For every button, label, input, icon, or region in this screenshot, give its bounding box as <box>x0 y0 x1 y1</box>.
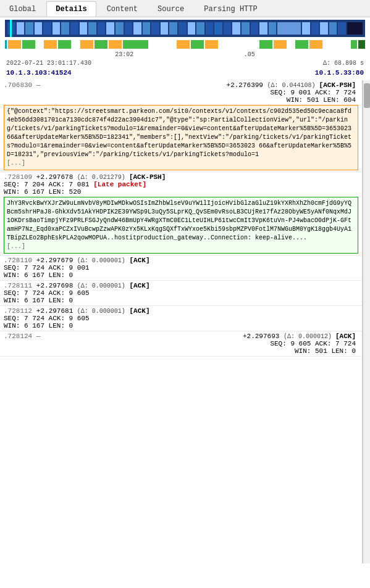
tl-b2-seg <box>109 40 122 49</box>
tl-seg <box>116 22 124 35</box>
packet-right-flags: [ACK-PSH] <box>319 81 356 89</box>
time-label-05: .05 <box>244 51 255 58</box>
packet-list[interactable]: .706830 — +2.276399 (Δ: 0.044108) [ACK-P… <box>0 80 363 563</box>
start-timestamp: 2022-07-21 23:01:17.430 <box>6 60 91 67</box>
packet-flags-pkt3: [ACK] <box>129 257 149 264</box>
tl-seg <box>61 22 69 35</box>
tl-b2-seg <box>288 40 294 49</box>
packet-win-pkt3: WIN: 6 167 LEN: 0 <box>4 271 358 279</box>
packet-header-right-pkt6: +2.297693 (Δ: 0.000012) [ACK] <box>243 333 356 340</box>
packet-seq-info: SEQ: 9 001 ACK: 7 724 <box>270 89 356 96</box>
packet-seq-right-pkt6: SEQ: 9 605 ACK: 7 724 <box>243 340 356 347</box>
packet-header-pkt4: .728111 +2.297698 (Δ: 0.000001) [ACK] <box>4 282 358 289</box>
packet-delta-val-pkt3: (Δ: 0.000001) <box>77 257 125 264</box>
tl-seg <box>70 22 78 35</box>
tl-seg <box>251 22 259 35</box>
packet-seq-pkt5: SEQ: 7 724 ACK: 9 605 <box>4 315 358 322</box>
tl-seg <box>232 22 240 35</box>
tl-b2-seg <box>44 40 57 49</box>
tl-b2-seg <box>324 40 350 49</box>
packet-win-right-pkt1: WIN: 501 LEN: 604 <box>227 96 356 104</box>
packet-flags-pkt2: [ACK-PSH] <box>129 173 166 181</box>
tl-b2-seg <box>358 40 364 49</box>
packet-header-pkt2: .728109 +2.297678 (Δ: 0.021279) [ACK-PSH… <box>4 173 358 181</box>
tl-b2-seg <box>295 40 308 49</box>
packet-seq-info-pkt6: SEQ: 9 605 ACK: 7 724 <box>270 340 356 347</box>
timeline-bar-bottom[interactable] <box>5 38 365 51</box>
tl-seg <box>151 22 159 35</box>
packet-right-time-pkt6: +2.297693 <box>243 333 279 340</box>
tab-parsing-http[interactable]: Parsing HTTP <box>195 1 266 17</box>
timeline-time-labels: 23:02 .05 <box>5 51 365 59</box>
tl-seg <box>125 22 133 35</box>
packet-seq-info-pkt3: SEQ: 7 724 ACK: 9 001 <box>4 264 90 271</box>
body-ellipsis-pkt2: [...] <box>7 243 25 250</box>
packet-delta-pkt2: +2.297678 <box>36 173 73 181</box>
tl-b2-seg <box>274 40 287 49</box>
packet-seq-pkt2: SEQ: 7 204 ACK: 7 081 [Late packet] <box>4 181 358 188</box>
packet-delta-val-pkt5: (Δ: 0.000001) <box>77 308 125 315</box>
tl-b2-seg <box>205 40 218 49</box>
tl-seg <box>53 22 61 35</box>
tab-details[interactable]: Details <box>46 1 96 17</box>
timestamp-row: 2022-07-21 23:01:17.430 Δ: 68.898 s <box>0 59 370 68</box>
tab-bar: Global Details Content Source Parsing HT… <box>0 0 370 17</box>
packet-time-pkt2: .728109 <box>4 173 32 181</box>
packet-seq-pkt3: SEQ: 7 724 ACK: 9 001 <box>4 264 358 271</box>
packet-right-time: +2.276399 <box>227 81 263 89</box>
tl-b2-seg <box>8 40 21 49</box>
packet-time-pkt3: .728110 <box>4 257 32 264</box>
tl-seg <box>302 22 310 35</box>
packet-win-pkt5: WIN: 6 167 LEN: 0 <box>4 322 358 329</box>
tab-content[interactable]: Content <box>98 1 147 17</box>
packet-time-pkt4: .728111 <box>4 282 32 289</box>
tl-b2-seg <box>259 40 272 49</box>
packet-seq-info-pkt4: SEQ: 7 724 ACK: 9 605 <box>4 289 90 297</box>
tl-seg <box>133 22 141 35</box>
packet-right-delta: (Δ: 0.044108) <box>267 82 319 89</box>
packet-entry-pkt5: .728112 +2.297681 (Δ: 0.000001) [ACK] SE… <box>0 306 362 331</box>
timeline-segments-top <box>5 22 365 35</box>
tab-global[interactable]: Global <box>0 1 45 17</box>
tl-seg-large <box>277 22 301 35</box>
time-label-23-02: 23:02 <box>115 51 133 58</box>
tl-seg-dark <box>347 22 363 35</box>
packet-seq-info-pkt2: SEQ: 7 204 ACK: 7 081 <box>4 181 90 188</box>
tl-seg <box>242 22 250 35</box>
packet-seq-pkt4: SEQ: 7 724 ACK: 9 605 <box>4 289 358 297</box>
scrollbar-thumb[interactable] <box>364 83 370 108</box>
tl-seg <box>169 22 177 35</box>
packet-flags-pkt4: [ACK] <box>129 282 149 289</box>
tl-b2-seg <box>219 40 258 49</box>
packet-time-pkt6: .728124 — <box>4 333 40 340</box>
packet-entry-pkt2: .728109 +2.297678 (Δ: 0.021279) [ACK-PSH… <box>0 172 362 255</box>
tl-b2-seg <box>72 40 78 49</box>
tl-seg <box>25 22 33 35</box>
packet-delta-val-pkt4: (Δ: 0.000001) <box>77 283 125 289</box>
tl-seg <box>188 22 196 35</box>
tl-b2-seg <box>149 40 175 49</box>
timeline-bar-top[interactable] <box>5 20 365 37</box>
timeline-cyan-marker <box>10 20 12 37</box>
tl-b2-seg <box>177 40 190 49</box>
packet-body-pkt2: JhY3RvckBwYXJrZW9uLmNvbV8yMDIwMDkwOSIsIm… <box>4 197 358 254</box>
packet-win-info-pkt4: WIN: 6 167 LEN: 0 <box>4 297 73 304</box>
tl-b2-seg <box>80 40 93 49</box>
packet-delta-pkt5: +2.297681 <box>36 307 73 315</box>
tl-seg <box>35 22 43 35</box>
packet-seq-info-pkt5: SEQ: 7 724 ACK: 9 605 <box>4 315 90 322</box>
ip-right: 10.1.5.33:80 <box>315 69 364 77</box>
packet-win-info-pkt6: WIN: 501 LEN: 0 <box>295 347 356 355</box>
tl-seg <box>98 22 106 35</box>
tl-b2-seg <box>351 40 357 49</box>
tl-seg <box>106 22 114 35</box>
packet-win-pkt4: WIN: 6 167 LEN: 0 <box>4 297 358 304</box>
tl-seg <box>196 22 204 35</box>
packet-entry-pkt6: .728124 — +2.297693 (Δ: 0.000012) [ACK] … <box>0 331 362 357</box>
packet-flags-pkt5: [ACK] <box>129 307 149 315</box>
packet-win-info-pkt2: WIN: 6 167 LEN: 520 <box>4 188 81 196</box>
tab-source[interactable]: Source <box>148 1 193 17</box>
packet-delta-pkt4: +2.297698 <box>36 282 73 289</box>
scrollbar-track[interactable] <box>363 80 370 563</box>
tl-seg <box>224 22 232 35</box>
